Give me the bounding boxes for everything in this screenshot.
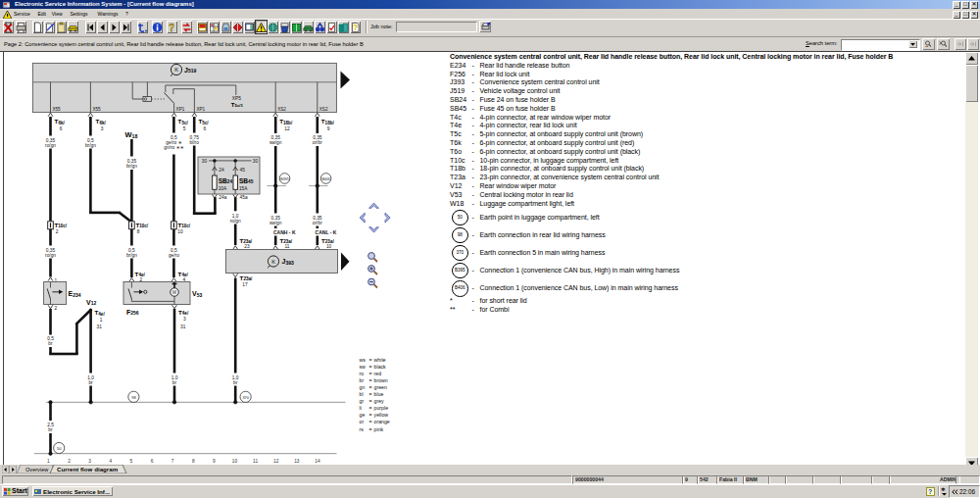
svg-text:=: = xyxy=(369,398,372,404)
svg-text:or: or xyxy=(360,419,365,424)
svg-text:3: 3 xyxy=(88,459,91,464)
svg-text:XP1: XP1 xyxy=(196,107,205,112)
svg-text:ge: ge xyxy=(360,412,366,418)
svg-text:3: 3 xyxy=(183,317,186,322)
svg-text:br: br xyxy=(48,427,53,432)
svg-text:B395: B395 xyxy=(280,177,288,181)
svg-text:yellow: yellow xyxy=(374,412,389,418)
svg-text:sw/gn: sw/gn xyxy=(270,221,282,225)
svg-text:4: 4 xyxy=(109,459,112,464)
svg-text:14: 14 xyxy=(315,459,320,464)
svg-text:24: 24 xyxy=(219,168,224,173)
svg-text:T18b/: T18b/ xyxy=(321,118,335,125)
svg-text:24a: 24a xyxy=(219,195,226,200)
svg-text:red: red xyxy=(374,371,382,376)
svg-text:T5c/: T5c/ xyxy=(178,118,189,125)
svg-text:br/gn: br/gn xyxy=(126,253,137,258)
svg-text:7: 7 xyxy=(172,459,174,464)
svg-text:3: 3 xyxy=(101,126,104,131)
svg-text:=: = xyxy=(369,419,372,424)
svg-text:X55: X55 xyxy=(92,107,101,112)
svg-text:CANH - K: CANH - K xyxy=(273,229,296,235)
svg-text:2: 2 xyxy=(55,306,58,311)
svg-text:pink: pink xyxy=(374,426,384,432)
svg-text:10: 10 xyxy=(177,229,183,234)
svg-text:=: = xyxy=(369,371,372,376)
svg-text:K: K xyxy=(174,67,178,73)
svg-text:23: 23 xyxy=(244,244,250,249)
svg-text:2: 2 xyxy=(68,459,71,464)
svg-text:9: 9 xyxy=(213,459,216,464)
svg-text:50: 50 xyxy=(57,446,62,451)
svg-text:5: 5 xyxy=(130,459,133,464)
svg-text:br: br xyxy=(48,341,53,346)
svg-text:sw: sw xyxy=(360,364,367,370)
svg-text:bl/ro: bl/ro xyxy=(190,140,200,145)
svg-text:17: 17 xyxy=(242,282,248,287)
svg-text:10A: 10A xyxy=(219,186,227,191)
svg-text:gn/ro ∗∗: gn/ro ∗∗ xyxy=(164,145,183,150)
svg-text:98: 98 xyxy=(131,395,136,400)
svg-text:8: 8 xyxy=(192,459,195,464)
svg-text:purple: purple xyxy=(374,405,389,411)
svg-text:br: br xyxy=(360,377,365,383)
svg-text:45a: 45a xyxy=(240,195,248,200)
svg-text:T4e/: T4e/ xyxy=(135,271,146,278)
svg-text:30: 30 xyxy=(253,159,259,164)
svg-text:F256: F256 xyxy=(126,309,139,317)
svg-text:T10c/: T10c/ xyxy=(177,222,190,229)
svg-text:10: 10 xyxy=(326,244,332,249)
svg-text:br/gn: br/gn xyxy=(126,164,137,169)
svg-text:B406: B406 xyxy=(321,177,329,181)
svg-text:1: 1 xyxy=(47,459,50,464)
svg-text:gr: gr xyxy=(360,398,365,404)
svg-text:XS2: XS2 xyxy=(319,107,328,112)
svg-text:1: 1 xyxy=(100,318,103,323)
svg-text:ro/gn: ro/gn xyxy=(230,219,241,224)
svg-text:=: = xyxy=(369,357,372,363)
svg-text:11: 11 xyxy=(253,459,258,464)
svg-text:T4e/: T4e/ xyxy=(178,271,189,278)
svg-text:=: = xyxy=(369,412,372,418)
svg-text:CANL - K: CANL - K xyxy=(316,229,337,235)
svg-text:15A: 15A xyxy=(239,186,248,191)
svg-text:=: = xyxy=(369,426,372,432)
svg-text:12: 12 xyxy=(273,459,279,464)
svg-text:Current flow diagram: Current flow diagram xyxy=(57,466,119,473)
svg-text:=: = xyxy=(369,364,372,370)
svg-text:5: 5 xyxy=(183,126,186,131)
svg-text:rs: rs xyxy=(360,426,365,432)
svg-text:K: K xyxy=(271,259,275,265)
svg-text:br/gn: br/gn xyxy=(85,143,96,148)
svg-text:blue: blue xyxy=(374,391,384,397)
svg-text:T5c/1: T5c/1 xyxy=(231,102,244,109)
svg-text:ws: ws xyxy=(360,357,367,363)
svg-text:br: br xyxy=(88,380,93,385)
svg-text:9: 9 xyxy=(327,126,330,131)
svg-text:?: ? xyxy=(353,23,358,32)
svg-text:T6k/: T6k/ xyxy=(55,118,66,125)
svg-text:T6k/: T6k/ xyxy=(96,118,107,125)
svg-text:grey: grey xyxy=(374,398,384,404)
svg-text:bl: bl xyxy=(360,391,364,397)
svg-text:31: 31 xyxy=(180,324,186,329)
svg-text:E234: E234 xyxy=(69,290,81,298)
svg-text:?: ? xyxy=(928,488,932,495)
svg-text:?: ? xyxy=(169,23,174,33)
svg-text:T23a/: T23a/ xyxy=(239,237,252,245)
svg-text:6: 6 xyxy=(203,126,206,131)
svg-text:black: black xyxy=(374,364,387,370)
svg-text:XS2: XS2 xyxy=(277,107,286,112)
svg-text:T5c/: T5c/ xyxy=(198,118,209,125)
svg-text:br: br xyxy=(233,380,238,385)
svg-text:13: 13 xyxy=(294,459,300,464)
svg-text:=: = xyxy=(369,391,372,397)
svg-text:6: 6 xyxy=(151,459,154,464)
svg-text:T10c/: T10c/ xyxy=(135,222,148,229)
svg-text:T10c/: T10c/ xyxy=(54,222,67,229)
svg-text:or/br: or/br xyxy=(313,221,322,225)
svg-text:ro/gn: ro/gn xyxy=(45,253,56,258)
svg-text:br: br xyxy=(172,380,177,385)
svg-text:W18: W18 xyxy=(125,130,138,139)
svg-text:=: = xyxy=(369,377,372,383)
